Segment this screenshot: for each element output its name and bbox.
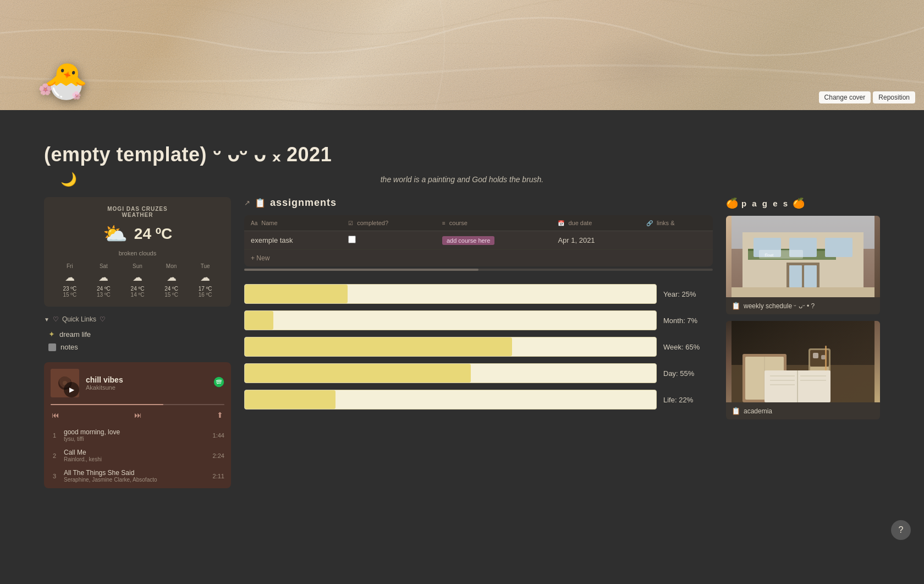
reposition-button[interactable]: Reposition [873,91,915,103]
cover-action-buttons: Change cover Reposition [819,91,915,103]
assignments-table-head: Aa Name ☑ completed? ≡ course 📅 due date… [244,215,713,231]
quote-bar: 🌙 the world is a painting and God holds … [44,166,880,193]
music-track-3[interactable]: 3 All The Things She Said Seraphine, Jas… [44,466,231,486]
change-cover-button[interactable]: Change cover [819,91,871,103]
skip-back-button[interactable]: ⏮ [51,410,61,421]
progress-bar-day-bg [244,363,657,383]
track-name-3: All The Things She Said [64,469,207,477]
table-scrollbar-thumb [244,269,479,271]
svg-point-4 [214,376,224,386]
col-completed: ☑ completed? [342,215,436,231]
task-name-cell: exemple task [244,231,342,250]
quick-link-notes[interactable]: notes [44,341,231,353]
main-grid: MOGI DAS CRUZES WEATHER ⛅ 24 ºC broken c… [44,197,880,488]
help-button[interactable]: ? [891,520,911,540]
page-card-weekly-schedule[interactable]: float 📋 [726,216,880,314]
right-column: 🍊 p a g e s 🍊 [726,197,880,488]
pages-title: p a g e s [741,199,789,208]
page-title[interactable]: (empty template) ᵕ ᴗᵕ ᴗ ₓ 2021 [44,110,880,166]
cover-background [0,0,924,110]
pages-section: 🍊 p a g e s 🍊 [726,197,880,419]
skip-forward-button[interactable]: ⏭ [133,410,143,421]
weather-day-sat: Sat ☁ 24 ºC 13 ºC [87,263,121,298]
assignments-title: assignments [270,197,337,209]
track-duration-2: 2:24 [213,452,224,459]
col-links: 🔗 links & [640,215,713,231]
progress-week-label: Week: 65% [663,343,713,351]
progress-bar-life-bg [244,390,657,410]
quick-links-header[interactable]: ▼ ♡ Quick Links ♡ [44,315,231,323]
course-tag[interactable]: add course here [442,236,495,245]
middle-column: ↗ 📋 assignments Aa Name ☑ completed? ≡ c… [244,197,713,488]
assignments-link-icon[interactable]: ↗ [244,199,250,207]
quick-links-title: Quick Links [62,315,96,323]
task-due-date-cell: Apr 1, 2021 [551,231,640,250]
col-due-date: 📅 due date [551,215,640,231]
weekly-schedule-emoji: 📋 [732,302,740,310]
page-card-weekly-label: 📋 weekly schedule ᵕ ᴗᵕ • ? [726,297,880,314]
new-task-row[interactable]: + New [244,250,713,267]
track-info-1: good morning, love tysu, tiffi [64,428,207,442]
quick-link-notes-label: notes [61,343,78,351]
progress-week: Week: 65% [244,337,713,357]
page-icon[interactable]: 🐣🌸🌸 [44,61,88,102]
music-album-container: ▶ [51,369,79,397]
assignments-table-body: exemple task add course here Apr 1, 2021… [244,231,713,267]
svg-rect-31 [825,346,827,373]
page-card-coffee-image [726,321,880,402]
quick-link-dream-life[interactable]: ✦ dream life [44,328,231,341]
assignments-header: ↗ 📋 assignments [244,197,713,209]
music-artist-name: Akakitsune [86,384,207,391]
quote-moon-icon: 🌙 [61,172,77,187]
music-track-2[interactable]: 2 Call Me Rainlord., keshi 2:24 [44,445,231,466]
weather-forecast: Fri ☁ 23 ºC 15 ºC Sat ☁ 24 ºC 13 ºC Sun … [53,263,222,298]
weather-main: ⛅ 24 ºC [53,222,222,245]
progress-year-label: Year: 25% [663,290,713,298]
quick-links-heart-icon: ♡ [53,315,59,323]
quick-link-dream-life-label: dream life [59,330,91,339]
table-row: exemple task add course here Apr 1, 2021 [244,231,713,250]
pages-emoji-right: 🍊 [793,197,805,209]
track-number-3: 3 [51,473,58,479]
spotify-icon[interactable] [213,376,224,390]
track-number-2: 2 [51,452,58,459]
progress-month-label: Month: 7% [663,316,713,325]
music-playlist-title: chill vibes [86,375,207,384]
weather-day-sun: Sun ☁ 24 ºC 14 ºC [120,263,155,298]
cover-fabric-texture [0,0,924,110]
table-scrollbar[interactable] [244,269,713,271]
page-card-academia[interactable]: 📋 academia [726,321,880,419]
quote-text: the world is a painting and God holds th… [381,175,544,184]
progress-bar-life-fill [245,390,336,409]
assignments-header-row: Aa Name ☑ completed? ≡ course 📅 due date… [244,215,713,231]
assignments-section: ↗ 📋 assignments Aa Name ☑ completed? ≡ c… [244,197,713,271]
music-controls: ⏮ ⏭ ⬆ [44,410,231,423]
play-pause-button[interactable]: ▶ [64,382,79,397]
task-completed-cell[interactable] [342,231,436,250]
progress-month: Month: 7% [244,310,713,330]
music-play-button-overlay[interactable]: ▶ [57,375,86,404]
music-progress-bar[interactable] [51,404,224,405]
weather-day-mon: Mon ☁ 24 ºC 15 ºC [155,263,189,298]
track-name-2: Call Me [64,449,207,456]
weather-widget: MOGI DAS CRUZES WEATHER ⛅ 24 ºC broken c… [44,197,231,307]
track-name-1: good morning, love [64,428,207,436]
progress-life: Life: 22% [244,390,713,410]
track-duration-3: 2:11 [213,473,224,479]
svg-rect-16 [804,265,817,287]
task-checkbox[interactable] [348,236,356,243]
cover-image: Change cover Reposition [0,0,924,110]
progress-bar-week-bg [244,337,657,357]
weekly-schedule-label: weekly schedule ᵕ ᴗᵕ • ? [744,302,815,310]
academia-emoji: 📋 [732,407,740,415]
page-content: 🐣🌸🌸 (empty template) ᵕ ᴗᵕ ᴗ ₓ 2021 🌙 the… [0,110,924,510]
share-button[interactable]: ⬆ [216,410,224,421]
notes-icon [48,343,56,351]
academia-label: academia [744,407,772,415]
assignments-emoji: 📋 [255,198,266,208]
music-track-1[interactable]: 1 good morning, love tysu, tiffi 1:44 [44,425,231,445]
weather-location: MOGI DAS CRUZES WEATHER [53,206,222,218]
track-artist-3: Seraphine, Jasmine Clarke, Absofacto [64,477,207,483]
new-task-label[interactable]: + New [244,250,713,267]
weather-temperature: 24 ºC [134,225,172,243]
